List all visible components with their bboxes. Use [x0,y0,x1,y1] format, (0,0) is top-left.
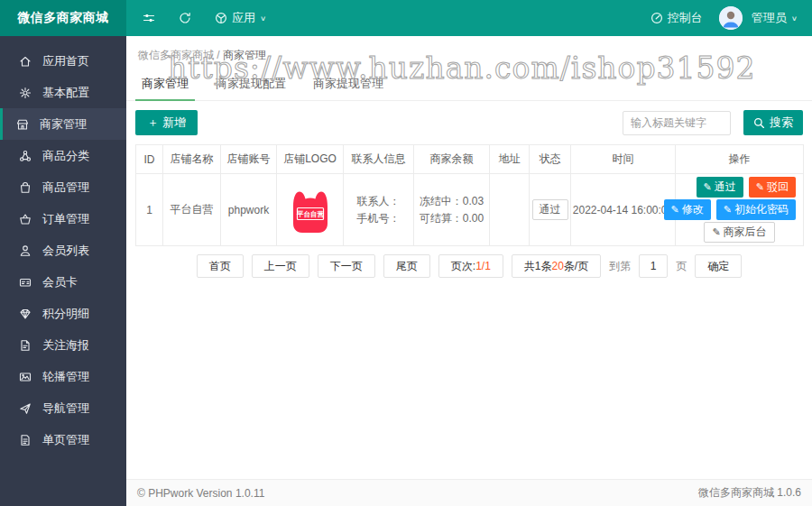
user-menu[interactable]: 管理员 ∨ [752,10,798,26]
sidebar-item-goods-category[interactable]: 商品分类 [0,140,126,171]
page-prev-button[interactable]: 上一页 [252,254,309,278]
contact-phone: 手机号： [344,210,413,227]
tab-bar: 商家管理 商家提现配置 商家提现管理 [126,68,812,101]
footer-version: 微信多商家商城 1.0.6 [698,485,801,501]
col-status: 状态 [530,145,571,174]
cell-address [490,174,530,246]
app-menu-label: 应用 [232,10,255,26]
poster-icon [19,339,32,352]
per-page-unit: 条/页 [564,259,588,274]
toolbar: ＋ 新增 搜索 [126,101,812,144]
sidebar-item-label: 轮播管理 [42,369,89,385]
edit-icon: ✎ [704,181,712,193]
main-content: https://www.huzhan.com/ishop31592 微信多商家商… [126,36,812,479]
user-avatar-icon [719,6,743,30]
sidebar-item-order-management[interactable]: 订单管理 [0,203,126,235]
search-input[interactable] [623,111,731,135]
add-button[interactable]: ＋ 新增 [135,110,198,135]
status-badge: 通过 [532,199,568,220]
collapse-menu-icon[interactable] [143,12,155,24]
sidebar-item-label: 商家管理 [40,116,87,133]
contact-person: 联系人： [344,193,413,210]
console-button[interactable]: 控制台 [651,10,703,26]
edit-icon: ✎ [756,181,764,193]
home-icon [19,55,32,68]
footer-copyright: © PHPwork Version 1.0.11 [137,487,264,500]
merchant-admin-button[interactable]: ✎商家后台 [704,222,774,243]
order-basket-icon [19,213,32,225]
sidebar: 应用首页 基本配置 商家管理 商品分类 商品管理 订单管理 会员列表 会员卡 积… [0,36,126,506]
sidebar-item-label: 单页管理 [42,432,89,448]
init-password-button-label: 初始化密码 [734,202,789,217]
sidebar-item-basic-config[interactable]: 基本配置 [0,77,126,108]
confirm-button[interactable]: 确定 [695,254,742,278]
approve-button-label: 通过 [715,179,736,195]
avatar[interactable] [719,6,743,30]
page-last-button[interactable]: 尾页 [383,254,430,278]
pagination: 首页 上一页 下一页 尾页 页次: 1/1 共1条 20 条/页 到第 页 确定 [126,254,812,278]
single-page-icon [19,434,32,446]
sidebar-item-single-page[interactable]: 单页管理 [0,424,126,455]
sidebar-item-label: 应用首页 [42,53,89,69]
store-icon [16,118,29,131]
sidebar-item-label: 商品分类 [42,148,89,164]
breadcrumb-root: 微信多商家商城 [138,49,214,61]
sidebar-item-label: 会员列表 [42,243,89,259]
sidebar-item-points-detail[interactable]: 积分明细 [0,298,126,329]
balance-settleable: 可结算：0.00 [414,210,489,227]
plus-icon: ＋ [147,115,159,131]
col-balance: 商家余额 [414,145,490,174]
tab-withdraw-config[interactable]: 商家提现配置 [202,68,300,100]
sidebar-item-goods-management[interactable]: 商品管理 [0,171,126,203]
console-label: 控制台 [668,10,703,26]
user-name: 管理员 [752,10,787,26]
app-menu[interactable]: 应用 ∨ [215,10,266,26]
cell-balance: 冻结中：0.03 可结算：0.00 [414,174,490,246]
tab-merchant-management[interactable]: 商家管理 [128,68,202,100]
search-button-label: 搜索 [770,115,793,131]
sidebar-item-nav-management[interactable]: 导航管理 [0,392,126,424]
init-password-button[interactable]: ✎初始化密码 [716,199,796,220]
page-next-button[interactable]: 下一页 [318,254,375,278]
sidebar-item-label: 会员卡 [42,274,78,290]
footer: © PHPwork Version 1.0.11 微信多商家商城 1.0.6 [126,479,812,506]
cell-time: 2022-04-14 16:00:00 [571,174,676,246]
tab-withdraw-management[interactable]: 商家提现管理 [300,68,397,100]
reject-button-label: 驳回 [767,179,789,195]
sidebar-item-member-card[interactable]: 会员卡 [0,266,126,298]
total-count: 共1条 [524,259,552,274]
sidebar-item-app-home[interactable]: 应用首页 [0,45,126,77]
approve-button[interactable]: ✎通过 [697,177,743,198]
reject-button[interactable]: ✎驳回 [749,177,796,198]
breadcrumb-separator: / [217,49,219,61]
table-row: 1 平台自营 phpwork 平台自营 联系人： 手机号： 冻结中：0.03 [136,174,804,246]
add-button-label: 新增 [162,115,186,131]
brand-logo: 微信多商家商城 [0,0,126,36]
cell-actions: ✎通过 ✎驳回 ✎修改 ✎初始化密码 ✎商家后台 [676,174,804,246]
refresh-button[interactable] [179,12,191,24]
goto-page-input[interactable] [639,254,668,278]
col-address: 地址 [490,145,530,174]
sidebar-item-label: 积分明细 [42,306,89,322]
sidebar-item-banner-management[interactable]: 轮播管理 [0,361,126,392]
page-first-button[interactable]: 首页 [197,254,244,278]
edit-button[interactable]: ✎修改 [664,199,711,220]
page-info-value: 1/1 [475,260,491,272]
breadcrumb: 微信多商家商城 / 商家管理 [126,36,812,63]
sidebar-item-member-list[interactable]: 会员列表 [0,235,126,266]
sidebar-item-label: 订单管理 [42,211,89,227]
goto-unit: 页 [676,259,687,274]
col-id: ID [136,145,163,174]
table-header-row: ID 店铺名称 店铺账号 店铺LOGO 联系人信息 商家余额 地址 状态 时间 … [136,145,804,174]
merchant-admin-button-label: 商家后台 [724,225,767,240]
tune-icon [143,12,155,24]
col-contact: 联系人信息 [344,145,414,174]
sidebar-item-follow-poster[interactable]: 关注海报 [0,329,126,361]
points-diamond-icon [19,308,32,320]
sidebar-item-merchant-management[interactable]: 商家管理 [0,108,126,140]
edit-icon: ✎ [671,204,679,216]
page-info-label: 页次: [451,259,475,274]
refresh-icon [179,12,191,24]
search-button[interactable]: 搜索 [743,110,803,135]
sidebar-item-label: 基本配置 [42,85,89,101]
